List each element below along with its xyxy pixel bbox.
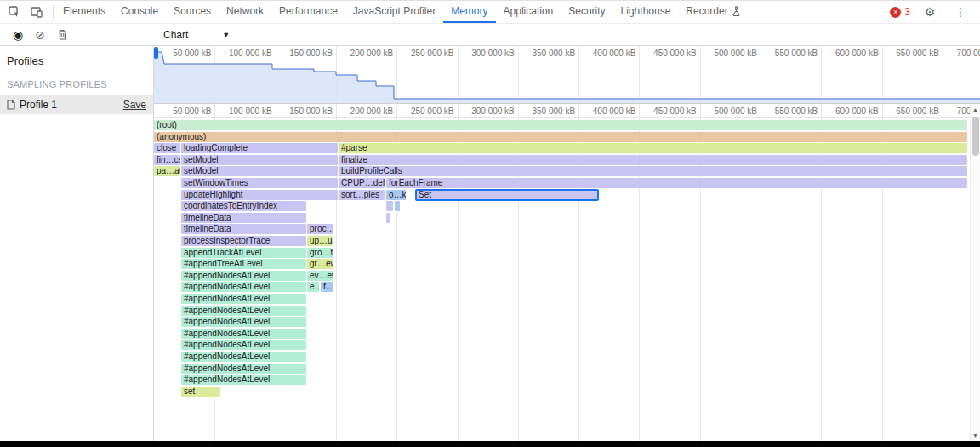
flame-bar[interactable]: appendTrackAtLevel xyxy=(181,248,306,258)
inspect-cursor-icon xyxy=(9,6,20,18)
flame-bar[interactable]: #appendNodesAtLevel xyxy=(181,329,306,339)
scroll-up-button[interactable]: ▲ xyxy=(971,104,980,115)
record-heap-button[interactable]: ◉ xyxy=(7,26,29,44)
flame-bar[interactable]: #appendNodesAtLevel xyxy=(181,375,306,385)
tab-label: Recorder xyxy=(686,5,727,17)
scroll-down-button[interactable]: ▼ xyxy=(971,430,980,441)
tab-application[interactable]: Application xyxy=(496,1,561,23)
flame-bar[interactable]: (anonymous) xyxy=(154,132,967,142)
flame-ruler: 50 000 kB100 000 kB150 000 kB200 000 kB2… xyxy=(154,104,980,118)
flame-bar[interactable]: #appendNodesAtLevel xyxy=(181,271,306,281)
flame-bar[interactable]: sort…ples xyxy=(339,190,385,200)
flame-bar[interactable]: setWindowTimes xyxy=(181,178,338,188)
ruler-tick-label: 400 000 kB xyxy=(571,106,635,116)
trash-icon xyxy=(58,29,67,40)
flame-bar[interactable]: coordinatesToEntryIndex xyxy=(181,201,306,211)
tab-console[interactable]: Console xyxy=(113,1,166,23)
flame-bar[interactable] xyxy=(395,201,400,211)
inspect-button[interactable] xyxy=(3,2,26,22)
flame-bar[interactable] xyxy=(386,201,393,211)
ruler-tick-label: 450 000 kB xyxy=(632,49,697,58)
flame-bar[interactable]: processInspectorTrace xyxy=(181,236,306,246)
tab-label: JavaScript Profiler xyxy=(353,5,436,17)
flame-bar[interactable]: forEachFrame xyxy=(386,178,967,188)
flame-bar[interactable]: setModel xyxy=(181,155,338,165)
chart-view-select[interactable]: Chart ▼ xyxy=(158,27,235,43)
sampling-profiles-label: SAMPLING PROFILES xyxy=(0,74,153,95)
tab-memory[interactable]: Memory xyxy=(443,1,495,23)
flame-bar[interactable]: f…r xyxy=(321,282,333,292)
flame-bar[interactable]: loadingComplete xyxy=(181,143,338,153)
ruler-tick-label: 650 000 kB xyxy=(875,106,939,116)
flame-bar[interactable]: pa…at xyxy=(154,166,180,176)
flame-bar[interactable]: #appendNodesAtLevel xyxy=(181,317,306,327)
flame-bar[interactable]: o…k xyxy=(386,190,406,200)
flame-bar[interactable]: timelineData xyxy=(181,224,306,234)
flame-bar[interactable]: #appendNodesAtLevel xyxy=(181,340,306,350)
flame-bar[interactable]: #appendNodesAtLevel xyxy=(181,364,306,374)
flame-bar-label: setModel xyxy=(184,155,219,164)
flame-bar[interactable]: #appendNodesAtLevel xyxy=(181,294,306,304)
tab-elements[interactable]: Elements xyxy=(55,1,113,23)
tab-sources[interactable]: Sources xyxy=(166,1,219,23)
flame-bar[interactable]: #appendTreeAtLevel xyxy=(181,259,306,269)
ruler-tick-label: 500 000 kB xyxy=(692,49,757,58)
tab-recorder[interactable]: Recorder xyxy=(678,1,748,23)
document-icon xyxy=(7,100,15,110)
flame-bar-label: ev…ew xyxy=(310,271,333,280)
tab-javascript-profiler[interactable]: JavaScript Profiler xyxy=(345,1,443,23)
ruler-tick-label: 100 000 kB xyxy=(208,49,272,58)
device-toolbar-button[interactable] xyxy=(26,2,48,22)
overview-left-handle[interactable] xyxy=(154,47,158,59)
tab-performance[interactable]: Performance xyxy=(271,1,345,23)
flame-bar[interactable]: CPUP…del xyxy=(339,178,385,188)
flame-bar-label: forEachFrame xyxy=(389,178,442,187)
flame-bar[interactable]: #parse xyxy=(339,143,967,153)
tab-lighthouse[interactable]: Lighthouse xyxy=(613,1,679,23)
flame-chart[interactable]: (root)(anonymous)closeloadingComplete#pa… xyxy=(154,118,980,440)
scroll-thumb[interactable] xyxy=(972,117,979,156)
flame-bar[interactable]: ev…ew xyxy=(307,271,333,281)
flame-bar[interactable]: buildProfileCalls xyxy=(339,166,967,176)
flame-bar[interactable]: up…up xyxy=(307,236,333,246)
clear-profiles-button[interactable]: ⊘ xyxy=(29,26,51,44)
flame-bar[interactable]: gro…ts xyxy=(307,248,333,258)
profile-item[interactable]: Profile 1 Save xyxy=(0,95,153,114)
error-badge[interactable]: × 3 xyxy=(890,6,910,18)
flame-bar-label: #appendNodesAtLevel xyxy=(184,294,270,303)
flame-bar[interactable]: gr…ew xyxy=(307,259,333,269)
tab-label: Application xyxy=(504,5,554,17)
flame-bar[interactable]: #appendNodesAtLevel xyxy=(181,306,306,316)
flame-bar[interactable]: timelineData xyxy=(181,213,306,223)
flame-bar[interactable]: e… xyxy=(307,282,319,292)
tabbar-separator xyxy=(53,5,54,19)
flame-bar[interactable]: #appendNodesAtLevel xyxy=(181,352,306,362)
memory-overview[interactable]: 50 000 kB100 000 kB150 000 kB200 000 kB2… xyxy=(154,46,980,104)
flame-bar-selected[interactable]: Set xyxy=(416,190,598,200)
flame-bar[interactable]: close xyxy=(154,143,180,153)
flame-bar-label: loadingComplete xyxy=(184,143,248,152)
flame-bar[interactable]: set xyxy=(181,387,220,397)
tab-security[interactable]: Security xyxy=(561,1,612,23)
flame-bar[interactable]: (root) xyxy=(154,120,967,130)
tab-label: Elements xyxy=(63,5,105,17)
delete-profile-button[interactable] xyxy=(51,26,73,44)
flame-bar[interactable] xyxy=(386,213,390,223)
flame-bar[interactable]: finalize xyxy=(339,155,967,165)
flame-bar[interactable]: fin…ce xyxy=(154,155,180,165)
settings-button[interactable]: ⚙ xyxy=(919,2,941,22)
more-menu-button[interactable]: ⋮ xyxy=(949,2,971,22)
ruler-tick-label: 700 000 kB xyxy=(935,49,980,58)
tab-network[interactable]: Network xyxy=(219,1,271,23)
flame-bar[interactable]: updateHighlight xyxy=(181,190,338,200)
vertical-scrollbar[interactable]: ▲ ▼ xyxy=(970,104,980,441)
flame-bar-label: #appendTreeAtLevel xyxy=(184,259,262,268)
flame-bar[interactable]: proc…ata xyxy=(307,224,333,234)
flame-bar-label: o…k xyxy=(389,190,406,199)
flame-bar[interactable]: setModel xyxy=(181,166,338,176)
flame-bar[interactable]: #appendNodesAtLevel xyxy=(181,282,306,292)
flame-bar-label: updateHighlight xyxy=(184,190,243,199)
save-link[interactable]: Save xyxy=(123,99,146,111)
flame-bar-label: fin…ce xyxy=(157,155,180,164)
ruler-tick-label: 200 000 kB xyxy=(328,49,393,58)
